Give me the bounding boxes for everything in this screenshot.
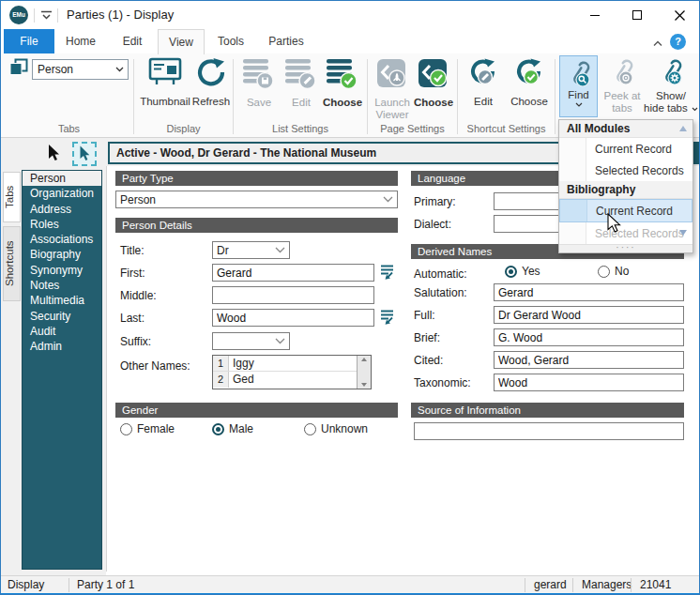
full-input[interactable] — [494, 306, 684, 324]
shortcut-edit-button[interactable]: Edit — [463, 58, 504, 108]
taxonomic-input[interactable] — [494, 374, 684, 391]
find-paperclip-icon — [566, 59, 592, 89]
menu-item-all-current-record[interactable]: Current Record — [559, 138, 692, 160]
menu-gutter — [559, 160, 586, 181]
sidebar-item-associations[interactable]: Associations — [23, 232, 101, 247]
tab-edit[interactable]: Edit — [107, 29, 158, 53]
tab-tools[interactable]: Tools — [205, 29, 257, 53]
radio-icon[interactable] — [598, 266, 610, 278]
sidebar-item-biography[interactable]: Biography — [23, 247, 101, 262]
tab-file[interactable]: File — [4, 29, 54, 53]
cited-input[interactable] — [494, 351, 684, 369]
sidebar-item-synonymy[interactable]: Synonymy — [23, 263, 101, 278]
menu-item-all-selected-records[interactable]: Selected Records — [559, 160, 692, 181]
sidebar-item-notes[interactable]: Notes — [23, 278, 101, 293]
other-names-label: Other Names: — [120, 359, 190, 373]
sidebar-item-security[interactable]: Security — [23, 309, 101, 324]
launch-viewer-label-1: Launch — [373, 97, 412, 109]
sidebar-item-roles[interactable]: Roles — [23, 217, 101, 232]
title-combobox[interactable]: Dr — [212, 241, 290, 259]
middle-name-input[interactable] — [212, 286, 374, 304]
brief-input[interactable] — [494, 328, 684, 346]
salutation-input[interactable] — [494, 283, 684, 301]
status-record-count: Party 1 of 1 — [72, 577, 354, 593]
sidebar-tab-tabs[interactable]: Tabs — [3, 172, 21, 222]
first-name-input[interactable] — [212, 264, 374, 282]
tab-parties[interactable]: Parties — [257, 29, 315, 53]
gender-male-radio[interactable]: Male — [212, 422, 253, 438]
find-button[interactable]: Find — [559, 55, 598, 117]
maximize-icon — [632, 10, 642, 20]
quick-access-dropdown-icon[interactable] — [40, 9, 53, 24]
tab-select-combobox[interactable]: Person — [32, 59, 129, 80]
menu-item-bibliography-current-record[interactable]: Current Record — [559, 199, 692, 222]
sidebar-item-multimedia[interactable]: Multimedia — [23, 293, 101, 308]
row-value[interactable]: Iggy — [229, 356, 371, 371]
maximize-button[interactable] — [616, 1, 658, 29]
shortcut-choose-button[interactable]: Choose — [506, 58, 553, 108]
collapse-ribbon-icon[interactable] — [652, 37, 663, 50]
menu-resize-grip[interactable]: ···· — [559, 244, 692, 252]
other-names-row[interactable]: 2 Ged — [213, 372, 371, 388]
refresh-button[interactable]: Refresh — [187, 57, 236, 108]
other-names-grid[interactable]: 1 Iggy 2 Ged — [212, 355, 372, 389]
minimize-button[interactable] — [574, 1, 616, 29]
radio-icon[interactable] — [304, 423, 316, 435]
close-button[interactable] — [659, 1, 700, 29]
last-name-input[interactable] — [212, 309, 374, 327]
grid-scrollbar[interactable] — [357, 356, 371, 389]
chevron-down-icon — [275, 338, 285, 344]
gender-female-radio[interactable]: Female — [120, 422, 175, 438]
source-input[interactable] — [414, 422, 684, 440]
menu-item-bibliography-selected-records: Selected Records — [559, 222, 692, 244]
suffix-combobox[interactable] — [212, 332, 290, 350]
page-choose-icon — [418, 58, 449, 90]
thumbnail-button[interactable]: Thumbnail — [138, 57, 192, 108]
autofill-icon[interactable] — [379, 264, 395, 282]
sidebar-item-address[interactable]: Address — [23, 202, 101, 217]
radio-checked-icon[interactable] — [505, 266, 517, 278]
menu-scroll-up-icon[interactable] — [679, 126, 687, 131]
pointer-tool-icon[interactable] — [46, 144, 61, 165]
list-choose-button[interactable]: Choose — [320, 58, 365, 109]
autofill-icon[interactable] — [379, 309, 395, 328]
sidebar-item-audit[interactable]: Audit — [23, 324, 101, 339]
radio-icon[interactable] — [120, 423, 132, 435]
tab-view[interactable]: View — [158, 29, 205, 54]
automatic-no-radio[interactable]: No — [598, 265, 629, 281]
primary-label: Primary: — [414, 195, 456, 208]
refresh-icon — [195, 57, 227, 87]
other-names-row[interactable]: 1 Iggy — [213, 356, 371, 372]
automatic-yes-radio[interactable]: Yes — [505, 265, 540, 281]
sidebar-item-organization[interactable]: Organization — [23, 186, 101, 201]
divider — [57, 8, 58, 23]
scroll-down-icon[interactable] — [361, 383, 367, 387]
party-type-combobox[interactable]: Person — [115, 191, 398, 208]
tabs-group-icon[interactable] — [9, 58, 28, 80]
select-record-tool[interactable] — [72, 142, 97, 166]
launch-viewer-icon — [376, 58, 408, 90]
scroll-up-icon[interactable] — [361, 358, 367, 361]
menu-scroll-down-icon[interactable] — [679, 230, 687, 236]
gender-unknown-radio[interactable]: Unknown — [304, 422, 368, 438]
radio-checked-icon[interactable] — [212, 423, 224, 435]
row-number: 2 — [213, 372, 229, 388]
party-type-value: Person — [120, 193, 383, 206]
title-bar: EMu Parties (1) - Display — [1, 1, 700, 29]
gender-female-label: Female — [137, 422, 175, 435]
chevron-down-icon — [115, 67, 124, 72]
window-title: Parties (1) - Display — [67, 8, 174, 22]
menu-section-bibliography: Bibliography — [559, 181, 692, 199]
help-button[interactable]: ? — [670, 34, 686, 50]
sidebar-item-admin[interactable]: Admin — [23, 339, 101, 354]
automatic-label: Automatic: — [414, 267, 467, 281]
list-save-icon — [242, 58, 276, 90]
row-value[interactable]: Ged — [229, 372, 371, 388]
person-details-header: Person Details — [115, 218, 398, 233]
automatic-yes-label: Yes — [522, 265, 540, 278]
sidebar-item-person[interactable]: Person — [23, 171, 101, 186]
tab-home[interactable]: Home — [54, 29, 107, 53]
page-choose-button[interactable]: Choose — [411, 58, 456, 109]
show-hide-tabs-button[interactable]: Show/ hide tabs — [643, 57, 699, 114]
sidebar-tab-shortcuts[interactable]: Shortcuts — [3, 226, 21, 301]
